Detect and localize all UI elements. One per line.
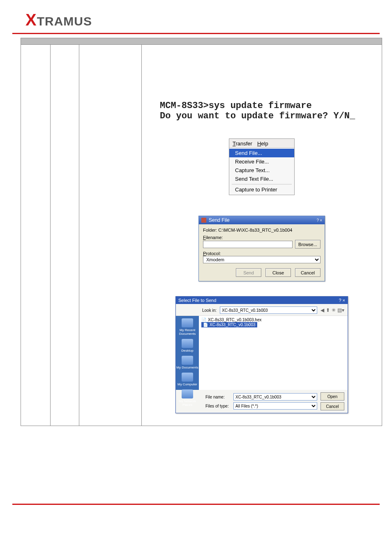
file-dialog-title: Select File to Send: [178, 298, 216, 303]
menu-help[interactable]: Help: [257, 140, 268, 147]
table-cell-main: MCM-8S33>sys update firmware Do you want…: [142, 45, 382, 426]
new-folder-icon[interactable]: ✳: [332, 307, 336, 313]
dialog-body: Folder: C:\MCM-W\XC-8s33_RTC_v0.1b004 Fi…: [199, 224, 325, 281]
menu-item-capture-text[interactable]: Capture Text...: [229, 166, 294, 175]
list-item-selected[interactable]: 📄 XC-8s33_RTC_v0.1b003: [201, 322, 257, 327]
sidebar-mynetwork[interactable]: My Network Places: [176, 389, 199, 407]
table-cell-1: [21, 45, 51, 426]
terminal-output: MCM-8S33>sys update firmware Do you want…: [160, 101, 376, 121]
logo-letter-x: X: [25, 11, 37, 29]
filename-row: Filename: Browse...: [203, 235, 321, 249]
menu-dropdown: Send File... Receive File... Capture Tex…: [229, 147, 294, 195]
file-dialog-body: My Recent Documents Desktop My Documents…: [176, 316, 348, 390]
folder-value: C:\MCM-W\XC-8s33_RTC_v0.1b004: [218, 228, 292, 233]
content-table: MCM-8S33>sys update firmware Do you want…: [21, 38, 382, 426]
browse-button[interactable]: Browse...: [295, 240, 321, 249]
menu-item-capture-to-printer[interactable]: Capture to Printer: [229, 185, 294, 194]
filename-input[interactable]: [203, 241, 293, 248]
close-icon[interactable]: ×: [320, 218, 322, 223]
views-icon[interactable]: ▤▾: [337, 307, 344, 313]
protocol-select[interactable]: Xmodem: [203, 256, 321, 263]
dialog-icon: [201, 218, 206, 223]
close-icon[interactable]: ×: [343, 298, 345, 303]
svg-rect-0: [201, 218, 206, 223]
lookin-select[interactable]: XC-8s33_RTC_v0.1b003: [220, 306, 317, 314]
menu-item-send-file[interactable]: Send File...: [229, 149, 294, 157]
menu-transfer[interactable]: Transfer: [233, 140, 252, 147]
file-dialog-sidebar: My Recent Documents Desktop My Documents…: [176, 316, 199, 390]
divider-top: [12, 33, 380, 34]
folder-row: Folder: C:\MCM-W\XC-8s33_RTC_v0.1b004: [203, 228, 321, 233]
list-item[interactable]: 📄 XC-8s33_RTC_v0.1b003.hex: [201, 318, 345, 322]
dialog-title-text: Send File: [209, 217, 230, 223]
filetype-combo[interactable]: All Files (*.*): [233, 402, 317, 410]
menu-item-receive-file[interactable]: Receive File...: [229, 157, 294, 166]
dialog-buttons: Send Close Cancel: [203, 268, 321, 277]
table-row: MCM-8S33>sys update firmware Do you want…: [21, 45, 382, 426]
divider-bottom: [12, 504, 380, 505]
table-header: [21, 38, 382, 45]
send-file-dialog: Send File ? × Folder: C:\MCM-W\XC-8s33_R…: [198, 216, 325, 281]
send-button[interactable]: Send: [236, 268, 261, 277]
dialog-titlebar: Send File ? ×: [199, 216, 325, 224]
file-dialog-toolbar: Look in: XC-8s33_RTC_v0.1b003 ◀ ⬆ ✳ ▤▾: [176, 304, 348, 316]
close-button[interactable]: Close: [265, 268, 291, 277]
file-select-dialog: Select File to Send ? × Look in: XC-8s33…: [175, 296, 348, 413]
sidebar-desktop[interactable]: Desktop: [181, 339, 193, 352]
filename-label: File name:: [205, 395, 230, 399]
table-cell-3: [79, 45, 142, 426]
file-dialog-titlebar: Select File to Send ? ×: [176, 297, 348, 304]
help-icon[interactable]: ?: [317, 218, 319, 223]
menu-item-send-text-file[interactable]: Send Text File...: [229, 175, 294, 183]
folder-label: Folder:: [203, 228, 217, 233]
cancel-button[interactable]: Cancel: [321, 402, 344, 410]
table-cell-2: [51, 45, 79, 426]
protocol-row: Protocol: Xmodem: [203, 251, 321, 263]
lookin-label: Look in:: [202, 308, 217, 313]
filename-combo[interactable]: XC-8s33_RTC_v0.1b003: [233, 393, 317, 401]
sidebar-mydocuments[interactable]: My Documents: [176, 356, 198, 369]
menu-separator: [232, 184, 292, 184]
cancel-button[interactable]: Cancel: [295, 268, 321, 277]
up-icon[interactable]: ⬆: [326, 307, 330, 313]
transfer-menu-mock: Transfer Help Send File... Receive File.…: [229, 138, 295, 195]
filetype-label: Files of type:: [205, 404, 230, 408]
file-dialog-bottom: File name: XC-8s33_RTC_v0.1b003 Files of…: [176, 390, 348, 413]
xtramus-logo: X TRAMUS: [25, 11, 92, 29]
file-list: 📄 XC-8s33_RTC_v0.1b003.hex 📄 XC-8s33_RTC…: [199, 316, 348, 390]
sidebar-recent[interactable]: My Recent Documents: [176, 318, 199, 336]
open-button[interactable]: Open: [321, 392, 344, 401]
back-icon[interactable]: ◀: [321, 307, 324, 313]
sidebar-mycomputer[interactable]: My Computer: [178, 373, 197, 386]
menu-bar: Transfer Help: [229, 139, 294, 147]
logo-rest: TRAMUS: [37, 14, 92, 28]
help-icon[interactable]: ?: [339, 298, 341, 303]
